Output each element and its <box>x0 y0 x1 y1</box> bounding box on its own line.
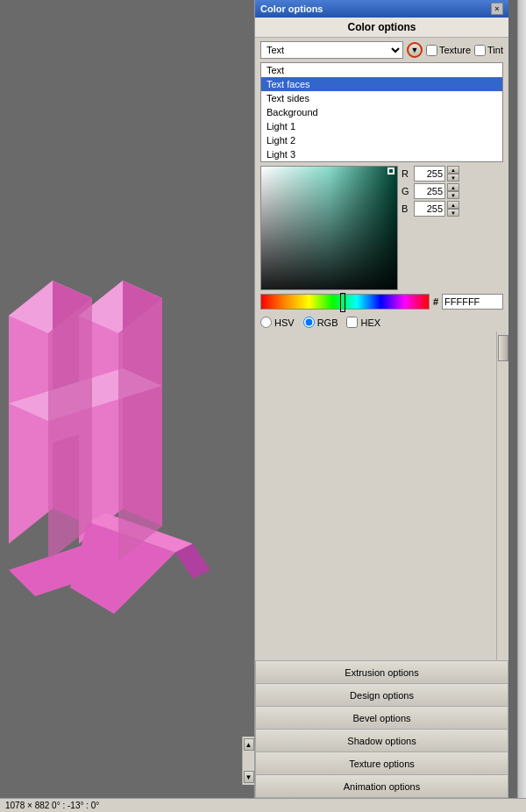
dropdown-indicator[interactable]: ▼ <box>407 42 423 58</box>
texture-options-btn[interactable]: Texture options <box>255 752 508 775</box>
r-label: R <box>402 168 412 179</box>
color-picker-section: R ▲ ▼ G ▲ ▼ B <box>255 162 508 313</box>
tint-checkbox[interactable] <box>474 45 486 56</box>
option-text-sides[interactable]: Text sides <box>261 91 502 105</box>
svg-marker-13 <box>48 298 92 561</box>
option-light1[interactable]: Light 1 <box>261 119 502 133</box>
title-bar: Color options × <box>255 0 508 18</box>
extrusion-options-btn[interactable]: Extrusion options <box>255 661 508 684</box>
part-dropdown[interactable]: Text Text faces Text sides Background Li… <box>260 41 403 59</box>
hex-label: # <box>433 296 438 307</box>
rgb-radio[interactable] <box>303 317 315 328</box>
canvas-area: Setting colors on particular part of tex… <box>0 0 254 798</box>
design-options-btn[interactable]: Design options <box>255 684 508 707</box>
r-spin-down[interactable]: ▼ <box>447 174 459 182</box>
right-panel: Color options × Color options Text Text … <box>254 0 508 798</box>
rgb-inputs: R ▲ ▼ G ▲ ▼ B <box>402 166 459 217</box>
option-text[interactable]: Text <box>261 63 502 77</box>
animation-options-btn[interactable]: Animation options <box>255 775 508 798</box>
rgb-radio-item: RGB <box>303 317 338 328</box>
scroll-up-arrow[interactable]: ▲ <box>244 738 254 751</box>
hex-row: # <box>433 294 503 310</box>
tint-label: Tint <box>487 45 503 55</box>
hsv-radio[interactable] <box>260 317 272 328</box>
hex-input[interactable] <box>442 294 503 310</box>
bevel-options-btn[interactable]: Bevel options <box>255 707 508 730</box>
dropdown-row: Text Text faces Text sides Background Li… <box>255 38 508 62</box>
texture-checkbox-group: Texture <box>426 45 471 56</box>
panel-header: Color options <box>255 18 508 38</box>
hex-checkbox[interactable] <box>346 317 358 328</box>
svg-marker-14 <box>118 298 162 561</box>
g-input[interactable] <box>414 183 445 199</box>
status-text: 1078 × 882 0° : -13° : 0° <box>5 801 99 810</box>
hsv-label: HSV <box>274 317 295 328</box>
bottom-buttons: Extrusion options Design options Bevel o… <box>255 660 508 798</box>
hue-strip[interactable] <box>260 294 430 310</box>
option-text-faces[interactable]: Text faces <box>261 77 502 91</box>
scroll-down-arrow[interactable]: ▼ <box>244 771 254 783</box>
color-gradient-canvas[interactable] <box>260 166 398 290</box>
3d-text-canvas <box>0 0 254 798</box>
r-input[interactable] <box>414 166 445 182</box>
hex-radio-label: HEX <box>360 317 380 328</box>
option-light2[interactable]: Light 2 <box>261 133 502 147</box>
r-row: R ▲ ▼ <box>402 166 459 182</box>
scroll-area <box>255 331 508 660</box>
close-button[interactable]: × <box>491 3 503 15</box>
window-title: Color options <box>260 4 323 14</box>
shadow-options-btn[interactable]: Shadow options <box>255 730 508 752</box>
b-spin-down[interactable]: ▼ <box>447 209 459 217</box>
hue-marker <box>340 293 345 312</box>
b-input[interactable] <box>414 201 445 217</box>
hsv-radio-item: HSV <box>260 317 295 328</box>
scroll-thumb[interactable] <box>498 335 508 361</box>
r-spinbox: ▲ ▼ <box>447 166 459 182</box>
radio-row: HSV RGB HEX <box>255 313 508 331</box>
scrollbar <box>496 331 508 660</box>
texture-label: Texture <box>439 45 471 55</box>
b-label: B <box>402 203 412 214</box>
g-spinbox: ▲ ▼ <box>447 183 459 199</box>
b-row: B ▲ ▼ <box>402 201 459 217</box>
texture-checkbox[interactable] <box>426 45 437 56</box>
dropdown-list: Text Text faces Text sides Background Li… <box>260 62 503 162</box>
option-background[interactable]: Background <box>261 105 502 119</box>
g-label: G <box>402 186 412 196</box>
gradient-picker-container <box>260 166 398 290</box>
hex-radio-item: HEX <box>346 317 380 328</box>
color-picker-row: R ▲ ▼ G ▲ ▼ B <box>260 166 503 290</box>
right-strip <box>517 0 526 798</box>
color-strip-row: # <box>260 294 503 310</box>
g-spin-up[interactable]: ▲ <box>447 183 459 191</box>
status-bar: 1078 × 882 0° : -13° : 0° <box>0 798 526 812</box>
option-light3[interactable]: Light 3 <box>261 147 502 161</box>
b-spin-up[interactable]: ▲ <box>447 201 459 209</box>
b-spinbox: ▲ ▼ <box>447 201 459 217</box>
g-row: G ▲ ▼ <box>402 183 459 199</box>
rgb-label: RGB <box>317 317 338 328</box>
tint-checkbox-group: Tint <box>474 45 503 56</box>
r-spin-up[interactable]: ▲ <box>447 166 459 174</box>
g-spin-down[interactable]: ▼ <box>447 191 459 199</box>
